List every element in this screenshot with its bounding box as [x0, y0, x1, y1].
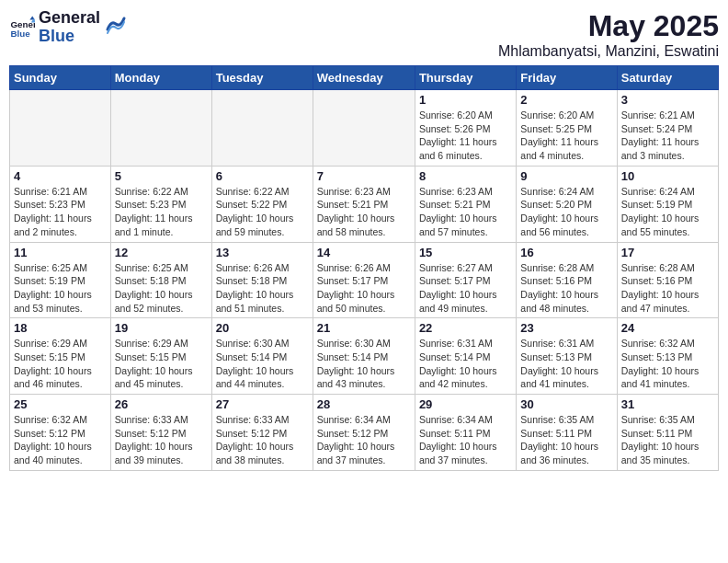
- week-row-5: 25Sunrise: 6:32 AM Sunset: 5:12 PM Dayli…: [10, 395, 719, 471]
- day-info: Sunrise: 6:32 AM Sunset: 5:12 PM Dayligh…: [14, 413, 107, 467]
- day-number: 14: [317, 246, 411, 259]
- calendar-cell: 6Sunrise: 6:22 AM Sunset: 5:22 PM Daylig…: [211, 166, 313, 242]
- calendar-cell: 15Sunrise: 6:27 AM Sunset: 5:17 PM Dayli…: [415, 242, 516, 318]
- weekday-header-wednesday: Wednesday: [313, 66, 415, 90]
- day-info: Sunrise: 6:25 AM Sunset: 5:19 PM Dayligh…: [14, 261, 107, 316]
- calendar-cell: 18Sunrise: 6:29 AM Sunset: 5:15 PM Dayli…: [10, 318, 111, 395]
- calendar-cell: 24Sunrise: 6:32 AM Sunset: 5:13 PM Dayli…: [617, 318, 718, 395]
- calendar-cell: 31Sunrise: 6:35 AM Sunset: 5:11 PM Dayli…: [617, 395, 718, 471]
- day-number: 10: [621, 169, 714, 183]
- calendar-cell: 27Sunrise: 6:33 AM Sunset: 5:12 PM Dayli…: [211, 395, 313, 471]
- day-info: Sunrise: 6:26 AM Sunset: 5:18 PM Dayligh…: [216, 261, 309, 316]
- day-number: 6: [216, 169, 309, 183]
- day-number: 3: [621, 93, 714, 107]
- day-info: Sunrise: 6:28 AM Sunset: 5:16 PM Dayligh…: [621, 261, 714, 316]
- day-info: Sunrise: 6:22 AM Sunset: 5:22 PM Dayligh…: [216, 185, 309, 239]
- calendar-cell: 28Sunrise: 6:34 AM Sunset: 5:12 PM Dayli…: [313, 395, 415, 471]
- calendar-cell: [313, 90, 415, 167]
- day-number: 27: [216, 397, 309, 411]
- calendar-cell: 14Sunrise: 6:26 AM Sunset: 5:17 PM Dayli…: [313, 242, 415, 318]
- day-info: Sunrise: 6:30 AM Sunset: 5:14 PM Dayligh…: [216, 337, 309, 391]
- calendar-cell: 19Sunrise: 6:29 AM Sunset: 5:15 PM Dayli…: [110, 318, 211, 395]
- logo: General Blue General Blue: [9, 9, 126, 46]
- day-info: Sunrise: 6:21 AM Sunset: 5:23 PM Dayligh…: [14, 185, 107, 239]
- day-number: 25: [14, 397, 107, 411]
- svg-marker-2: [29, 16, 35, 19]
- month-title: May 2025: [498, 9, 719, 43]
- header: General Blue General Blue May 2025 Mhlam…: [9, 9, 719, 60]
- day-number: 12: [115, 246, 208, 259]
- day-info: Sunrise: 6:24 AM Sunset: 5:19 PM Dayligh…: [621, 185, 714, 239]
- day-number: 19: [115, 321, 208, 335]
- calendar-cell: 22Sunrise: 6:31 AM Sunset: 5:14 PM Dayli…: [415, 318, 516, 395]
- day-number: 22: [419, 321, 512, 335]
- day-info: Sunrise: 6:29 AM Sunset: 5:15 PM Dayligh…: [115, 337, 208, 391]
- week-row-3: 11Sunrise: 6:25 AM Sunset: 5:19 PM Dayli…: [10, 242, 719, 318]
- calendar-cell: 5Sunrise: 6:22 AM Sunset: 5:23 PM Daylig…: [110, 166, 211, 242]
- weekday-header-tuesday: Tuesday: [211, 66, 313, 90]
- title-area: May 2025 Mhlambanyatsi, Manzini, Eswatin…: [498, 9, 719, 60]
- day-number: 17: [621, 246, 714, 259]
- calendar-cell: 21Sunrise: 6:30 AM Sunset: 5:14 PM Dayli…: [313, 318, 415, 395]
- day-number: 29: [419, 397, 512, 411]
- day-info: Sunrise: 6:27 AM Sunset: 5:17 PM Dayligh…: [419, 261, 512, 316]
- calendar-cell: 16Sunrise: 6:28 AM Sunset: 5:16 PM Dayli…: [517, 242, 617, 318]
- day-number: 30: [520, 397, 612, 411]
- calendar-cell: 1Sunrise: 6:20 AM Sunset: 5:26 PM Daylig…: [415, 90, 516, 167]
- calendar-cell: 3Sunrise: 6:21 AM Sunset: 5:24 PM Daylig…: [617, 90, 718, 167]
- day-info: Sunrise: 6:32 AM Sunset: 5:13 PM Dayligh…: [621, 337, 714, 391]
- weekday-header-monday: Monday: [110, 66, 211, 90]
- calendar-cell: 13Sunrise: 6:26 AM Sunset: 5:18 PM Dayli…: [211, 242, 313, 318]
- calendar-cell: [110, 90, 211, 167]
- week-row-1: 1Sunrise: 6:20 AM Sunset: 5:26 PM Daylig…: [10, 90, 719, 167]
- day-number: 31: [621, 397, 714, 411]
- calendar-cell: 11Sunrise: 6:25 AM Sunset: 5:19 PM Dayli…: [10, 242, 111, 318]
- day-number: 24: [621, 321, 714, 335]
- day-info: Sunrise: 6:35 AM Sunset: 5:11 PM Dayligh…: [621, 413, 714, 467]
- calendar-cell: 23Sunrise: 6:31 AM Sunset: 5:13 PM Dayli…: [517, 318, 617, 395]
- day-number: 26: [115, 397, 208, 411]
- calendar-cell: 26Sunrise: 6:33 AM Sunset: 5:12 PM Dayli…: [110, 395, 211, 471]
- day-info: Sunrise: 6:24 AM Sunset: 5:20 PM Dayligh…: [520, 185, 612, 239]
- day-number: 20: [216, 321, 309, 335]
- calendar-cell: 4Sunrise: 6:21 AM Sunset: 5:23 PM Daylig…: [10, 166, 111, 242]
- calendar-cell: 12Sunrise: 6:25 AM Sunset: 5:18 PM Dayli…: [110, 242, 211, 318]
- calendar-cell: 29Sunrise: 6:34 AM Sunset: 5:11 PM Dayli…: [415, 395, 516, 471]
- weekday-header-row: SundayMondayTuesdayWednesdayThursdayFrid…: [10, 66, 719, 90]
- day-info: Sunrise: 6:21 AM Sunset: 5:24 PM Dayligh…: [621, 109, 714, 163]
- calendar-cell: 25Sunrise: 6:32 AM Sunset: 5:12 PM Dayli…: [10, 395, 111, 471]
- day-info: Sunrise: 6:20 AM Sunset: 5:26 PM Dayligh…: [419, 109, 512, 163]
- day-number: 16: [520, 246, 612, 259]
- day-info: Sunrise: 6:22 AM Sunset: 5:23 PM Dayligh…: [115, 185, 208, 239]
- calendar-cell: 8Sunrise: 6:23 AM Sunset: 5:21 PM Daylig…: [415, 166, 516, 242]
- day-number: 5: [115, 169, 208, 183]
- weekday-header-saturday: Saturday: [617, 66, 718, 90]
- logo-icon: General Blue: [9, 15, 35, 40]
- day-info: Sunrise: 6:33 AM Sunset: 5:12 PM Dayligh…: [115, 413, 208, 467]
- calendar-cell: 2Sunrise: 6:20 AM Sunset: 5:25 PM Daylig…: [517, 90, 617, 167]
- day-number: 11: [14, 246, 107, 259]
- day-info: Sunrise: 6:26 AM Sunset: 5:17 PM Dayligh…: [317, 261, 411, 316]
- day-info: Sunrise: 6:34 AM Sunset: 5:12 PM Dayligh…: [317, 413, 411, 467]
- day-number: 28: [317, 397, 411, 411]
- week-row-2: 4Sunrise: 6:21 AM Sunset: 5:23 PM Daylig…: [10, 166, 719, 242]
- day-info: Sunrise: 6:33 AM Sunset: 5:12 PM Dayligh…: [216, 413, 309, 467]
- day-info: Sunrise: 6:30 AM Sunset: 5:14 PM Dayligh…: [317, 337, 411, 391]
- calendar-cell: 20Sunrise: 6:30 AM Sunset: 5:14 PM Dayli…: [211, 318, 313, 395]
- calendar-cell: [211, 90, 313, 167]
- logo-blue-text: Blue: [39, 28, 100, 46]
- day-info: Sunrise: 6:31 AM Sunset: 5:13 PM Dayligh…: [520, 337, 612, 391]
- day-info: Sunrise: 6:31 AM Sunset: 5:14 PM Dayligh…: [419, 337, 512, 391]
- logo-wave-icon: [106, 11, 126, 37]
- day-info: Sunrise: 6:35 AM Sunset: 5:11 PM Dayligh…: [520, 413, 612, 467]
- day-info: Sunrise: 6:34 AM Sunset: 5:11 PM Dayligh…: [419, 413, 512, 467]
- day-number: 8: [419, 169, 512, 183]
- day-info: Sunrise: 6:28 AM Sunset: 5:16 PM Dayligh…: [520, 261, 612, 316]
- calendar-cell: 10Sunrise: 6:24 AM Sunset: 5:19 PM Dayli…: [617, 166, 718, 242]
- day-info: Sunrise: 6:20 AM Sunset: 5:25 PM Dayligh…: [520, 109, 612, 163]
- weekday-header-thursday: Thursday: [415, 66, 516, 90]
- day-info: Sunrise: 6:23 AM Sunset: 5:21 PM Dayligh…: [317, 185, 411, 239]
- logo-general-text: General: [39, 9, 100, 28]
- day-number: 15: [419, 246, 512, 259]
- day-number: 18: [14, 321, 107, 335]
